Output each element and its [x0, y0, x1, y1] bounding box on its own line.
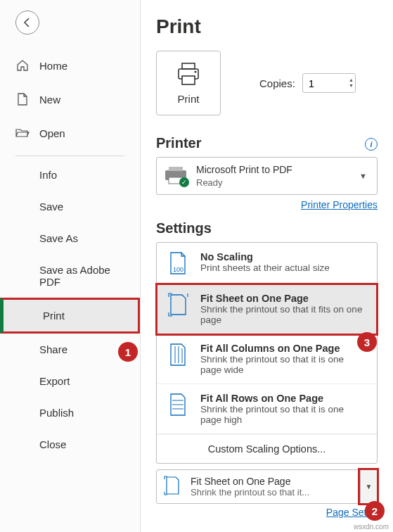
nav-home[interactable]: Home — [0, 49, 140, 82]
option-no-scaling-desc: Print sheets at their actual size — [200, 262, 330, 273]
copies-spin-up[interactable]: ▲ — [349, 77, 354, 83]
callout-1: 1 — [118, 342, 138, 362]
settings-section-title: Settings — [156, 220, 378, 236]
printer-status: Ready — [196, 177, 351, 189]
subnav-info[interactable]: Info — [0, 159, 140, 191]
scaling-dropdown: Fit Sheet on One Page Shrink the printou… — [156, 469, 378, 504]
nav-home-label: Home — [39, 60, 67, 72]
scaling-dropdown-display[interactable]: Fit Sheet on One Page Shrink the printou… — [157, 470, 360, 503]
printer-properties-link[interactable]: Printer Properties — [301, 199, 378, 210]
chevron-down-icon: ▼ — [366, 483, 373, 490]
subnav-close[interactable]: Close — [0, 429, 140, 460]
scaling-dropdown-toggle[interactable]: ▼ — [360, 470, 377, 503]
option-fit-columns[interactable]: Fit All Columns on One Page Shrink the p… — [157, 334, 377, 384]
option-no-scaling[interactable]: 100 No Scaling Print sheets at their act… — [157, 243, 377, 284]
nav-new-label: New — [39, 94, 60, 106]
custom-scaling-option[interactable]: Custom Scaling Options... — [157, 434, 377, 463]
scaling-options-list: 100 No Scaling Print sheets at their act… — [156, 242, 378, 464]
no-scaling-icon: 100 — [167, 251, 189, 275]
fit-columns-icon — [167, 343, 189, 367]
printer-device-icon: ✓ — [164, 166, 188, 186]
current-scaling-desc: Shrink the printout so that it... — [191, 487, 309, 498]
nav-open[interactable]: Open — [0, 116, 140, 150]
subnav-save[interactable]: Save — [0, 191, 140, 222]
current-scaling-title: Fit Sheet on One Page — [191, 476, 309, 487]
document-icon — [15, 92, 30, 106]
chevron-down-icon: ▼ — [359, 172, 370, 180]
sidebar-divider — [15, 156, 124, 156]
folder-open-icon — [15, 126, 30, 140]
watermark: wsxdn.com — [354, 523, 389, 531]
option-no-scaling-title: No Scaling — [200, 251, 330, 262]
subnav-saveas[interactable]: Save As — [0, 222, 140, 254]
backstage-sidebar: Home New Open Info Save Save As Save as … — [0, 0, 141, 532]
svg-rect-5 — [169, 167, 183, 171]
subnav-save-adobe-pdf[interactable]: Save as Adobe PDF — [0, 254, 140, 298]
printer-dropdown[interactable]: ✓ Microsoft Print to PDF Ready ▼ — [156, 157, 378, 195]
svg-rect-2 — [182, 76, 195, 84]
back-button[interactable] — [15, 11, 39, 34]
nav-open-label: Open — [39, 127, 65, 139]
option-fit-rows-title: Fit All Rows on One Page — [200, 393, 367, 404]
option-fit-columns-title: Fit All Columns on One Page — [200, 343, 367, 354]
printer-name: Microsoft Print to PDF — [196, 163, 351, 177]
page-title: Print — [156, 15, 378, 38]
copies-input-wrapper: ▲ ▼ — [302, 73, 356, 93]
subnav-print[interactable]: Print — [0, 298, 140, 334]
print-button-label: Print — [178, 93, 200, 105]
option-fit-sheet[interactable]: Fit Sheet on One Page Shrink the printou… — [157, 284, 377, 334]
subnav-publish[interactable]: Publish — [0, 397, 140, 429]
svg-rect-1 — [182, 63, 195, 69]
printer-section-title: Printer — [156, 135, 201, 151]
copies-input[interactable] — [309, 77, 337, 89]
subnav-export[interactable]: Export — [0, 365, 140, 397]
option-fit-sheet-title: Fit Sheet on One Page — [200, 293, 367, 304]
option-fit-sheet-desc: Shrink the printout so that it fits on o… — [200, 304, 367, 325]
printer-info-icon[interactable]: i — [365, 138, 378, 151]
option-fit-columns-desc: Shrink the printout so that it is one pa… — [200, 354, 367, 375]
arrow-left-icon — [22, 17, 33, 28]
callout-2: 2 — [365, 501, 385, 521]
print-button[interactable]: Print — [156, 51, 221, 115]
option-fit-rows-desc: Shrink the printout so that it is one pa… — [200, 404, 367, 425]
copies-spin-down[interactable]: ▼ — [349, 83, 354, 89]
printer-icon — [174, 62, 202, 86]
print-panel: Print Print Copies: ▲ ▼ Printer i — [141, 0, 393, 532]
status-ok-icon: ✓ — [179, 177, 189, 187]
nav-new[interactable]: New — [0, 82, 140, 116]
svg-point-3 — [195, 70, 197, 72]
option-fit-rows[interactable]: Fit All Rows on One Page Shrink the prin… — [157, 384, 377, 434]
home-icon — [15, 58, 30, 72]
callout-3: 3 — [357, 332, 377, 352]
copies-label: Copies: — [259, 77, 295, 89]
fit-rows-icon — [167, 393, 189, 417]
svg-text:100: 100 — [173, 266, 183, 273]
fit-sheet-icon — [167, 293, 189, 317]
fit-sheet-icon-small — [164, 476, 181, 498]
